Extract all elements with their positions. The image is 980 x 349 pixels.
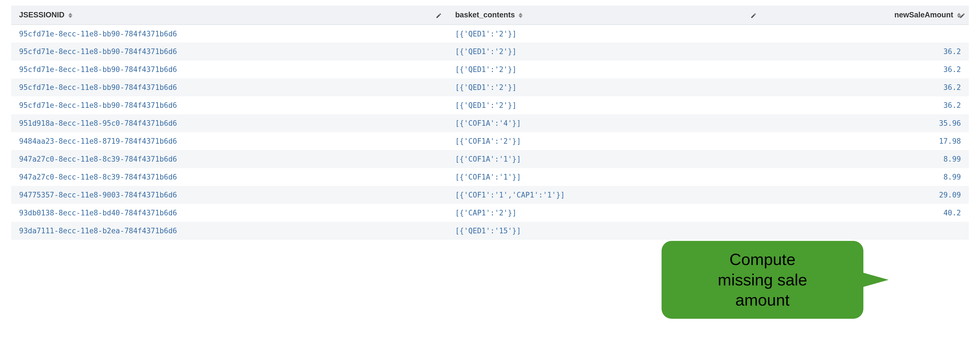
cell-basket-contents: [{'COF1A':'4'}]: [447, 114, 762, 132]
cell-basket-contents: [{'QED1':'2'}]: [447, 78, 762, 96]
table-row[interactable]: 947a27c0-8ecc-11e8-8c39-784f4371b6d6[{'C…: [11, 168, 969, 186]
cell-newsaleamount: 8.99: [762, 168, 969, 186]
column-label: basket_contents: [455, 11, 515, 19]
cell-jsessionid: 947a27c0-8ecc-11e8-8c39-784f4371b6d6: [11, 150, 447, 168]
table-row[interactable]: 93da7111-8ecc-11e8-b2ea-784f4371b6d6[{'Q…: [11, 222, 969, 240]
table-row[interactable]: 95cfd71e-8ecc-11e8-bb90-784f4371b6d6[{'Q…: [11, 25, 969, 43]
table-row[interactable]: 94775357-8ecc-11e8-9003-784f4371b6d6[{'C…: [11, 186, 969, 204]
cell-jsessionid: 93db0138-8ecc-11e8-bd40-784f4371b6d6: [11, 204, 447, 222]
table-row[interactable]: 95cfd71e-8ecc-11e8-bb90-784f4371b6d6[{'Q…: [11, 78, 969, 96]
pencil-icon[interactable]: [436, 12, 442, 18]
table-row[interactable]: 947a27c0-8ecc-11e8-8c39-784f4371b6d6[{'C…: [11, 150, 969, 168]
sort-icon[interactable]: [519, 13, 522, 18]
cell-jsessionid: 95cfd71e-8ecc-11e8-bb90-784f4371b6d6: [11, 60, 447, 78]
data-table-container: JSESSIONID basket_contents: [0, 0, 980, 245]
sort-icon[interactable]: [68, 13, 72, 18]
table-row[interactable]: 95cfd71e-8ecc-11e8-bb90-784f4371b6d6[{'Q…: [11, 43, 969, 60]
cell-basket-contents: [{'COF1A':'2'}]: [447, 132, 762, 150]
data-table: JSESSIONID basket_contents: [11, 6, 969, 240]
table-row[interactable]: 93db0138-8ecc-11e8-bd40-784f4371b6d6[{'C…: [11, 204, 969, 222]
cell-newsaleamount: [762, 222, 969, 240]
cell-jsessionid: 947a27c0-8ecc-11e8-8c39-784f4371b6d6: [11, 168, 447, 186]
pencil-icon[interactable]: [751, 12, 757, 18]
table-row[interactable]: 9484aa23-8ecc-11e8-8719-784f4371b6d6[{'C…: [11, 132, 969, 150]
cell-newsaleamount: 8.99: [762, 150, 969, 168]
column-label: newSaleAmount: [894, 11, 953, 19]
cell-newsaleamount: 36.2: [762, 96, 969, 114]
cell-newsaleamount: [762, 25, 969, 43]
cell-jsessionid: 95cfd71e-8ecc-11e8-bb90-784f4371b6d6: [11, 43, 447, 60]
column-label: JSESSIONID: [19, 11, 64, 19]
cell-jsessionid: 93da7111-8ecc-11e8-b2ea-784f4371b6d6: [11, 222, 447, 240]
table-row[interactable]: 95cfd71e-8ecc-11e8-bb90-784f4371b6d6[{'Q…: [11, 60, 969, 78]
cell-basket-contents: [{'QED1':'2'}]: [447, 96, 762, 114]
cell-jsessionid: 95cfd71e-8ecc-11e8-bb90-784f4371b6d6: [11, 25, 447, 43]
cell-newsaleamount: 36.2: [762, 60, 969, 78]
column-header-newsaleamount[interactable]: newSaleAmount: [762, 6, 969, 25]
cell-basket-contents: [{'QED1':'2'}]: [447, 43, 762, 60]
cell-basket-contents: [{'COF1A':'1'}]: [447, 150, 762, 168]
table-row[interactable]: 95cfd71e-8ecc-11e8-bb90-784f4371b6d6[{'Q…: [11, 96, 969, 114]
cell-basket-contents: [{'QED1':'15'}]: [447, 222, 762, 240]
cell-newsaleamount: 35.96: [762, 114, 969, 132]
cell-jsessionid: 9484aa23-8ecc-11e8-8719-784f4371b6d6: [11, 132, 447, 150]
cell-newsaleamount: 29.09: [762, 186, 969, 204]
cell-newsaleamount: 36.2: [762, 78, 969, 96]
column-header-basket-contents[interactable]: basket_contents: [447, 6, 762, 25]
cell-jsessionid: 95cfd71e-8ecc-11e8-bb90-784f4371b6d6: [11, 78, 447, 96]
column-header-jsessionid[interactable]: JSESSIONID: [11, 6, 447, 25]
cell-basket-contents: [{'QED1':'2'}]: [447, 60, 762, 78]
table-row[interactable]: 951d918a-8ecc-11e8-95c0-784f4371b6d6[{'C…: [11, 114, 969, 132]
cell-newsaleamount: 17.98: [762, 132, 969, 150]
cell-newsaleamount: 40.2: [762, 204, 969, 222]
cell-basket-contents: [{'COF1':'1','CAP1':'1'}]: [447, 186, 762, 204]
cell-basket-contents: [{'CAP1':'2'}]: [447, 204, 762, 222]
cell-newsaleamount: 36.2: [762, 43, 969, 60]
cell-basket-contents: [{'QED1':'2'}]: [447, 25, 762, 43]
cell-basket-contents: [{'COF1A':'1'}]: [447, 168, 762, 186]
cell-jsessionid: 951d918a-8ecc-11e8-95c0-784f4371b6d6: [11, 114, 447, 132]
table-header-row: JSESSIONID basket_contents: [11, 6, 969, 25]
cell-jsessionid: 94775357-8ecc-11e8-9003-784f4371b6d6: [11, 186, 447, 204]
cell-jsessionid: 95cfd71e-8ecc-11e8-bb90-784f4371b6d6: [11, 96, 447, 114]
pencil-icon[interactable]: [959, 12, 966, 18]
